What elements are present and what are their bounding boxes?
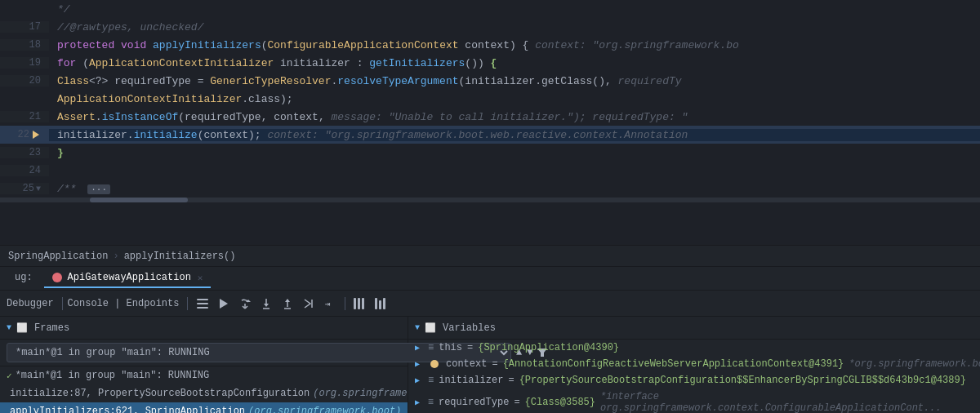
line-gutter: 20	[0, 75, 49, 87]
svg-marker-9	[264, 304, 269, 307]
frame-check-icon: ✓	[7, 371, 12, 381]
toolbar-evaluate-button[interactable]: ⇥	[320, 294, 340, 313]
debugger-toolbar: Debugger Console | Endpoints ⇥	[0, 291, 980, 317]
var-value: {Class@3585}	[525, 397, 595, 408]
code-content: for (ApplicationContextInitializer initi…	[49, 57, 980, 69]
toolbar-resume-button[interactable]	[214, 294, 234, 313]
line-gutter: 23	[0, 147, 49, 158]
code-content-active: initializer.initialize(context); context…	[49, 129, 980, 141]
code-line: 20 Class<?> requiredType = GenericTypeRe…	[0, 72, 980, 90]
frame-item[interactable]: ✓ *main*@1 in group "main": RUNNING	[0, 366, 408, 384]
variables-expand-icon[interactable]: ▼	[415, 323, 420, 332]
code-editor: */ 17 //@rawtypes, unchecked/ 18 protect…	[0, 0, 980, 245]
svg-rect-16	[354, 298, 356, 309]
var-value: {AnnotationConfigReactiveWebServerApplic…	[503, 358, 844, 370]
frame-label: initialize:87, PropertySourceBootstrapCo…	[10, 388, 310, 399]
code-content: //@rawtypes, unchecked/	[49, 21, 980, 33]
frame-item[interactable]: initialize:87, PropertySourceBootstrapCo…	[0, 384, 408, 402]
debugger-section-label: Debugger	[7, 298, 54, 309]
line-gutter: 24	[0, 165, 49, 176]
breadcrumb-sep: ›	[113, 251, 118, 262]
variables-panel: ▼ ⬜ Variables ▶ ≡ this = {SpringApplicat…	[408, 317, 980, 413]
breadcrumb-method[interactable]: applyInitializers()	[124, 251, 236, 262]
toolbar-threads-button[interactable]	[350, 294, 370, 313]
frame-class-selected: (org.springframework.boot)	[248, 406, 401, 413]
variable-item-this[interactable]: ▶ ≡ this = {SpringApplication@4390}	[408, 340, 980, 356]
tab-api-gateway-label: ApiGatewayApplication	[68, 272, 191, 283]
toolbar-run-to-cursor-button[interactable]	[299, 294, 318, 313]
var-expand-arrow[interactable]: ▶	[415, 375, 423, 385]
var-expand-arrow[interactable]: ▶	[415, 343, 423, 353]
variables-panel-title: Variables	[443, 322, 496, 334]
var-equals: =	[508, 375, 514, 386]
code-line: */	[0, 0, 980, 18]
line-gutter: 18	[0, 39, 49, 51]
line-gutter: 25 ▼	[0, 183, 49, 194]
frames-panel-icon: ⬜	[16, 322, 28, 333]
code-line: 23 }	[0, 144, 980, 162]
toolbar-menu-button[interactable]	[193, 294, 212, 313]
frame-item-selected[interactable]: applyInitializers:621, SpringApplication…	[0, 402, 408, 413]
var-expand-arrow[interactable]: ▶	[415, 397, 423, 407]
line-gutter: 17	[0, 21, 49, 33]
horizontal-scrollbar[interactable]	[0, 198, 980, 202]
close-tab-button[interactable]: ✕	[198, 273, 203, 283]
code-line-active: 22 initializer.initialize(context); cont…	[0, 126, 980, 144]
fold-badge[interactable]: ···	[87, 184, 110, 194]
svg-rect-2	[197, 307, 208, 309]
breadcrumb: SpringApplication › applyInitializers()	[0, 245, 980, 266]
debug-tabs-bar: ug: ApiGatewayApplication ✕	[0, 266, 980, 291]
var-name: requiredType	[439, 397, 509, 408]
code-line: 21 Assert.isInstanceOf(requiredType, con…	[0, 108, 980, 126]
frame-label: applyInitializers:621, SpringApplication	[10, 406, 245, 413]
variable-item-requiredtype[interactable]: ▶ ≡ requiredType = {Class@3585} *interfa…	[408, 389, 980, 413]
debug-label-text: ug:	[15, 272, 33, 283]
scrollbar-thumb[interactable]	[90, 198, 188, 202]
toolbar-settings-button[interactable]	[372, 294, 391, 313]
svg-rect-18	[362, 298, 364, 309]
code-content: protected void applyInitializers(Configu…	[49, 39, 980, 51]
tab-api-gateway[interactable]: ApiGatewayApplication ✕	[44, 269, 212, 288]
svg-rect-19	[375, 298, 377, 309]
variables-list: ▶ ≡ this = {SpringApplication@4390} ▶ co…	[408, 340, 980, 413]
var-name: initializer	[439, 375, 503, 386]
frame-class: (org.springframework.cloud...	[313, 388, 408, 399]
frames-expand-icon[interactable]: ▼	[7, 323, 11, 332]
code-content: Assert.isInstanceOf(requiredType, contex…	[49, 111, 980, 123]
bug-icon	[52, 273, 62, 282]
variable-item-initializer[interactable]: ▶ ≡ initializer = {PropertySourceBootstr…	[408, 372, 980, 389]
console-section-label: Console | Endpoints	[68, 298, 180, 309]
code-content: /** ···	[49, 183, 980, 195]
variable-item-context[interactable]: ▶ context = {AnnotationConfigReactiveWeb…	[408, 356, 980, 372]
toolbar-separator-2	[187, 297, 188, 310]
fold-icon[interactable]: ▼	[36, 184, 41, 193]
breadcrumb-class[interactable]: SpringApplication	[8, 251, 108, 262]
breakpoint-arrow-icon	[33, 131, 39, 139]
code-content: */	[49, 3, 980, 16]
code-content: ApplicationContextInitializer.class);	[49, 93, 980, 105]
var-hint: *interface org.springframework.context.C…	[600, 391, 980, 413]
svg-marker-3	[220, 299, 228, 309]
var-equals: =	[492, 358, 497, 370]
line-gutter: 19	[0, 57, 49, 69]
code-content: }	[49, 147, 980, 159]
toolbar-step-over-button[interactable]	[235, 294, 255, 313]
toolbar-step-into-button[interactable]	[256, 294, 276, 313]
var-name: context	[446, 358, 487, 370]
code-line: 25 ▼ /** ···	[0, 180, 980, 198]
code-lines: */ 17 //@rawtypes, unchecked/ 18 protect…	[0, 0, 980, 198]
code-line: 18 protected void applyInitializers(Conf…	[0, 36, 980, 54]
code-line: 17 //@rawtypes, unchecked/	[0, 18, 980, 36]
var-icon-eq: ≡	[428, 397, 434, 408]
toolbar-separator-3	[345, 297, 345, 310]
toolbar-separator	[62, 297, 63, 310]
code-line: 24	[0, 162, 980, 180]
svg-rect-0	[197, 299, 208, 300]
var-expand-arrow[interactable]: ▶	[415, 359, 423, 369]
svg-marker-12	[285, 299, 290, 302]
svg-rect-21	[383, 298, 385, 309]
var-name: this	[439, 342, 462, 353]
frames-panel: ▼ ⬜ Frames *main*@1 in group "main": RUN…	[0, 317, 408, 413]
var-icon-eq: ≡	[428, 342, 434, 353]
toolbar-step-out-button[interactable]	[278, 294, 297, 313]
